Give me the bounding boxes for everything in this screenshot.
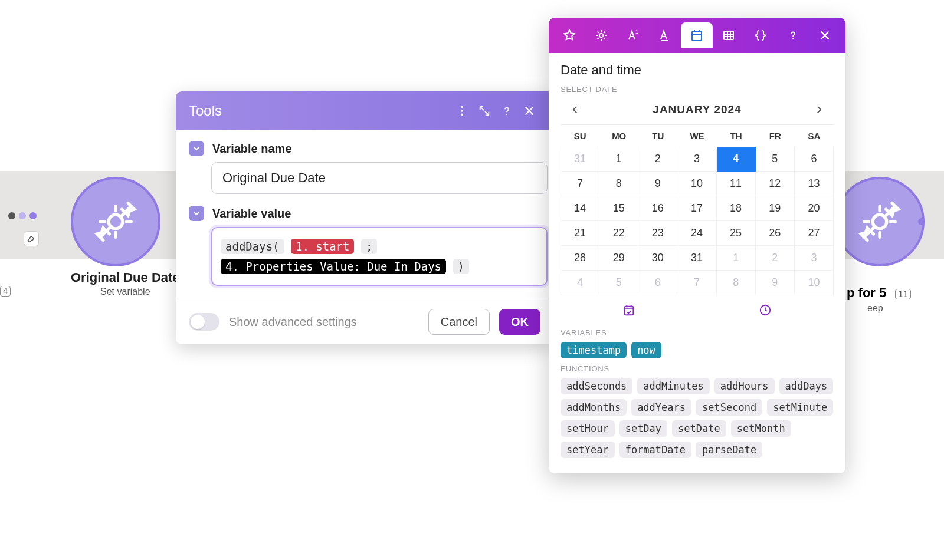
node-sublabel: Set variable (71, 286, 180, 297)
time-mode-icon[interactable] (759, 304, 772, 319)
calendar-day[interactable]: 12 (756, 172, 795, 196)
picker-tabs: 1 (549, 18, 845, 53)
advanced-settings-toggle[interactable] (189, 313, 219, 331)
calendar-day[interactable]: 16 (638, 196, 677, 221)
calendar-day[interactable]: 31 (560, 147, 599, 172)
calendar-weekday: TU (638, 125, 677, 147)
variable-chip[interactable]: now (631, 342, 661, 358)
function-chip[interactable]: addSeconds (560, 378, 632, 394)
function-chip[interactable]: setMinute (767, 399, 833, 416)
calendar-day[interactable]: 31 (677, 246, 716, 271)
cancel-button[interactable]: Cancel (428, 309, 490, 335)
tab-text[interactable] (649, 22, 681, 48)
calendar-day[interactable]: 11 (717, 172, 756, 196)
close-icon[interactable] (518, 100, 540, 122)
calendar-day[interactable]: 1 (599, 147, 638, 172)
calendar-day[interactable]: 10 (677, 172, 716, 196)
calendar-day[interactable]: 14 (560, 196, 599, 221)
ok-button[interactable]: OK (499, 309, 540, 335)
tab-date-time[interactable] (681, 22, 713, 48)
calendar-day[interactable]: 26 (756, 221, 795, 246)
calendar-day[interactable]: 19 (756, 196, 795, 221)
calendar-day[interactable]: 5 (599, 271, 638, 295)
function-chip[interactable]: addYears (631, 399, 691, 416)
function-chip[interactable]: formatDate (620, 442, 691, 458)
tab-math[interactable]: 1 (617, 22, 649, 48)
module-node-original-due-date[interactable]: Original Due Date Set variable (71, 177, 180, 297)
tab-favorites[interactable] (553, 22, 585, 48)
function-chip[interactable]: addHours (714, 378, 775, 394)
calendar-day[interactable]: 3 (795, 246, 834, 271)
calendar-day[interactable]: 4 (717, 147, 756, 172)
function-chip[interactable]: parseDate (696, 442, 762, 458)
calendar-day[interactable]: 8 (717, 271, 756, 295)
help-icon[interactable] (496, 100, 518, 122)
calendar-day[interactable]: 20 (795, 196, 834, 221)
function-chip[interactable]: setYear (560, 442, 615, 458)
function-chip[interactable]: setHour (560, 420, 615, 437)
tab-array[interactable] (713, 22, 745, 48)
svg-point-6 (599, 34, 603, 37)
calendar-day[interactable]: 10 (795, 271, 834, 295)
calendar-day[interactable]: 29 (599, 246, 638, 271)
expr-fn-open: addDays( (221, 239, 284, 254)
tab-general[interactable] (585, 22, 617, 48)
module-node-circle (71, 177, 160, 266)
module-node-right[interactable] (835, 177, 925, 266)
calendar-next[interactable] (810, 101, 828, 118)
calendar-day[interactable]: 6 (638, 271, 677, 295)
calendar-day[interactable]: 27 (795, 221, 834, 246)
tab-custom[interactable] (745, 22, 776, 48)
function-chip[interactable]: addMinutes (637, 378, 709, 394)
calendar-day[interactable]: 24 (677, 221, 716, 246)
wrench-mini-icon[interactable] (24, 231, 39, 246)
calendar-day[interactable]: 3 (677, 147, 716, 172)
function-chip[interactable]: setSecond (696, 399, 762, 416)
calendar-day[interactable]: 9 (638, 172, 677, 196)
expr-token-start[interactable]: 1. start (291, 239, 355, 254)
select-date-label: SELECT DATE (560, 85, 834, 94)
calendar-day[interactable]: 9 (756, 271, 795, 295)
calendar-day[interactable]: 22 (599, 221, 638, 246)
calendar-day[interactable]: 25 (717, 221, 756, 246)
calendar-day[interactable]: 5 (756, 147, 795, 172)
calendar-day[interactable]: 17 (677, 196, 716, 221)
calendar-day[interactable]: 8 (599, 172, 638, 196)
calendar-day[interactable]: 1 (717, 246, 756, 271)
date-mode-icon[interactable] (622, 304, 635, 319)
calendar-prev[interactable] (566, 101, 584, 118)
calendar-day[interactable]: 6 (795, 147, 834, 172)
calendar-day[interactable]: 2 (756, 246, 795, 271)
function-chip[interactable]: setDay (620, 420, 667, 437)
calendar-day[interactable]: 13 (795, 172, 834, 196)
expand-icon[interactable] (473, 100, 496, 122)
calendar-day[interactable]: 23 (638, 221, 677, 246)
function-chip[interactable]: addDays (779, 378, 834, 394)
picker-help-icon[interactable] (777, 22, 809, 48)
function-chip[interactable]: setDate (672, 420, 726, 437)
node-right-label-fragment: p for 5 (847, 285, 886, 301)
function-chip[interactable]: addMonths (560, 399, 627, 416)
calendar-day[interactable]: 7 (677, 271, 716, 295)
calendar-day[interactable]: 7 (560, 172, 599, 196)
calendar-day[interactable]: 2 (638, 147, 677, 172)
variable-value-expression-input[interactable]: addDays( 1. start ; 4. Properties Value:… (211, 227, 548, 286)
calendar-day[interactable]: 28 (560, 246, 599, 271)
svg-point-3 (461, 110, 463, 112)
calendar-day[interactable]: 30 (638, 246, 677, 271)
calendar-weekday: SA (795, 125, 834, 147)
variable-name-input[interactable]: Original Due Date (211, 162, 548, 194)
function-chip[interactable]: setMonth (731, 420, 791, 437)
picker-close-icon[interactable] (809, 22, 841, 48)
formula-picker-panel: 1 Date and time SELECT DATE JANUARY 20 (549, 18, 845, 473)
collapse-toggle-variable-name[interactable] (189, 141, 204, 156)
calendar-day[interactable]: 4 (560, 271, 599, 295)
expr-separator: ; (361, 239, 377, 254)
more-icon[interactable] (451, 100, 473, 122)
collapse-toggle-variable-value[interactable] (189, 206, 204, 221)
calendar-day[interactable]: 18 (717, 196, 756, 221)
calendar-day[interactable]: 15 (599, 196, 638, 221)
expr-token-due-in-days[interactable]: 4. Properties Value: Due In Days (221, 259, 446, 274)
calendar-day[interactable]: 21 (560, 221, 599, 246)
variable-chip[interactable]: timestamp (560, 342, 627, 358)
